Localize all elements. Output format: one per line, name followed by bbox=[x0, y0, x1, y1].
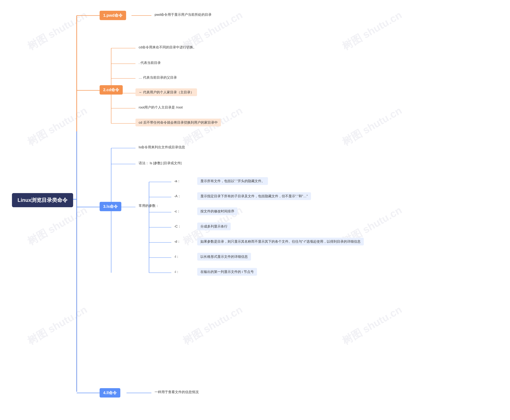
leaf-ls-c-key: -c： bbox=[171, 207, 184, 215]
leaf-cd-desc1: cd命令用来在不同的目录中进行切换。 bbox=[135, 43, 200, 51]
leaf-ls-d-desc: 如果参数是目录，则只显示其名称而不显示其下的各个文件。往往与"-l"选项起使用，… bbox=[197, 238, 364, 245]
leaf-ls-A-desc: 显示指定目录下所有的子目录及文件，包括隐藏文件，但不显示"."和"…" bbox=[197, 192, 311, 200]
branch-ls: 3.ls命令 bbox=[100, 202, 121, 211]
leaf-cd-desc6: cd 后不带任何命令就会将目录切换到用户的家目录中 bbox=[135, 119, 221, 126]
leaf-ls-l-key: -l： bbox=[171, 253, 183, 261]
leaf-ls-C-key: -C： bbox=[171, 223, 184, 230]
leaf-ls-i-desc: 在输出的第一列显示文件的 i 节点号 bbox=[197, 268, 257, 276]
leaf-ls-a-key: -a： bbox=[171, 177, 184, 185]
leaf-pwd-desc: pwd命令用于显示用户当前所处的目录 bbox=[151, 11, 215, 19]
connector-lines bbox=[0, 0, 510, 420]
leaf-ls-syntax: 语法： ls [参数] [目录或文件] bbox=[135, 159, 185, 167]
leaf-ls-A-key: -A： bbox=[171, 192, 184, 200]
mind-map: 树图 shutu.cn 树图 shutu.cn 树图 shutu.cn 树图 s… bbox=[0, 0, 510, 420]
branch-pwd: 1.pwd命令 bbox=[100, 11, 126, 20]
branch-ll: 4.ll命令 bbox=[100, 388, 120, 398]
watermark-6: 树图 shutu.cn bbox=[340, 104, 404, 149]
watermark-1: 树图 shutu.cn bbox=[25, 8, 90, 53]
leaf-ls-c-desc: 按文件的修改时间排序 bbox=[197, 207, 238, 215]
leaf-ls-i-key: -i： bbox=[171, 268, 183, 276]
watermark-5: 树图 shutu.cn bbox=[180, 104, 245, 149]
branch-cd: 2.cd命令 bbox=[100, 85, 123, 95]
leaf-ls-params-label: 常用的参数： bbox=[135, 202, 162, 210]
leaf-cd-desc5: root用户的个人主目录是 /root bbox=[135, 104, 186, 111]
leaf-ls-C-desc: 分成多列显示各行 bbox=[197, 223, 231, 230]
watermark-12: 树图 shutu.cn bbox=[340, 303, 404, 348]
leaf-cd-desc2: . 代表当前目录 bbox=[135, 59, 164, 67]
watermark-11: 树图 shutu.cn bbox=[180, 303, 245, 348]
leaf-ls-a-desc: 显示所有文件，包括以"."开头的隐藏文件。 bbox=[197, 177, 268, 185]
watermark-4: 树图 shutu.cn bbox=[25, 104, 90, 149]
watermark-3: 树图 shutu.cn bbox=[340, 8, 404, 53]
root-node: Linux浏览目录类命令 bbox=[12, 193, 73, 207]
watermark-7: 树图 shutu.cn bbox=[25, 203, 90, 249]
watermark-10: 树图 shutu.cn bbox=[25, 303, 90, 348]
leaf-cd-desc4: ～ 代表用户的个人家目录（主目录） bbox=[135, 88, 197, 96]
leaf-cd-desc3: … 代表当前目录的父目录 bbox=[135, 74, 180, 82]
leaf-ll-desc: 一样用于查看文件的信息情况 bbox=[151, 388, 202, 396]
leaf-ls-d-key: -d： bbox=[171, 238, 184, 245]
leaf-ls-l-desc: 以长格形式显示文件的详细信息 bbox=[197, 253, 251, 261]
leaf-ls-desc1: ls命令用来列出文件或目录信息 bbox=[135, 143, 188, 151]
